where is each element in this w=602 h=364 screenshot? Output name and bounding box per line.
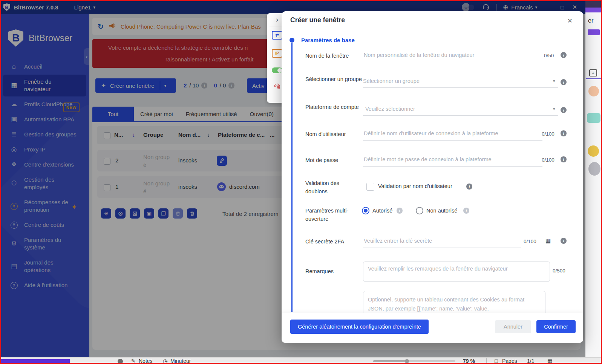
group-select-value: Sélectionner un groupe (363, 78, 420, 84)
profile-sync-icon[interactable]: ⇄ (272, 31, 282, 40)
platform-select[interactable]: Veuillez sélectionner ▾ (363, 102, 558, 116)
field-label: Sélectionner un groupe (305, 75, 362, 83)
char-counter: 0/500 (553, 268, 565, 274)
field-label: Paramètres multi-ouverture (305, 206, 362, 223)
notes-label[interactable]: Notes (139, 358, 153, 364)
info-icon[interactable]: i (561, 52, 567, 58)
info-icon[interactable]: i (561, 130, 567, 136)
multi-open-denied-radio[interactable] (416, 207, 423, 214)
background-dark-header (585, 0, 602, 8)
section-line (291, 43, 293, 312)
zoom-slider-handle[interactable] (405, 359, 409, 363)
window-name-input[interactable] (363, 48, 542, 62)
background-text-fragment: er (588, 17, 593, 24)
proxy-toggle-icon[interactable] (272, 67, 282, 73)
background-purple-block (585, 8, 602, 12)
password-input[interactable] (363, 153, 542, 167)
status-dot (118, 359, 123, 364)
confirm-button[interactable]: Confirmer (536, 320, 576, 333)
background-illustration-blob (587, 113, 600, 123)
group-select[interactable]: Sélectionner un groupe ▾ (363, 75, 558, 88)
background-add-icon: + (589, 69, 597, 76)
modal-close-icon[interactable]: ✕ (567, 17, 573, 25)
char-counter: 0/50 (544, 53, 554, 58)
chevron-right-icon[interactable]: › (276, 15, 278, 24)
background-illustration-blob (588, 145, 599, 157)
pages-value: 1/1 (527, 358, 534, 364)
section-dot (290, 38, 294, 43)
info-icon[interactable]: i (466, 184, 472, 190)
confirm-label: Confirmer (544, 324, 568, 330)
platform-select-value: Veuillez sélectionner (365, 106, 415, 112)
modal-footer: Générer aléatoirement la configuration d… (282, 313, 583, 343)
info-icon[interactable]: i (463, 208, 469, 214)
info-icon[interactable]: i (561, 238, 567, 244)
info-icon[interactable]: i (561, 79, 567, 85)
info-icon[interactable]: i (561, 156, 567, 162)
statusbar-divider (486, 358, 487, 364)
grid-view-icon[interactable]: ▦ (547, 358, 552, 364)
field-label: Nom de la fenêtre (305, 52, 362, 60)
pen-icon: ✎ (131, 358, 136, 364)
pages-label[interactable]: Pages (502, 358, 517, 364)
multi-open-denied-label[interactable]: Non autorisé (426, 208, 457, 214)
char-counter: 0/100 (524, 239, 536, 244)
info-icon[interactable]: i (397, 208, 403, 214)
clock-icon: ◷ (163, 358, 167, 364)
generate-fingerprint-button[interactable]: Générer aléatoirement la configuration d… (290, 320, 429, 334)
username-input[interactable] (363, 127, 542, 141)
background-statusbar: ✎ Notes ◷ Minuteur 79 % □ Pages 1/1 ▦ (0, 357, 602, 364)
background-window-sliver: er + (585, 0, 602, 364)
field-label: Mot de passe (305, 156, 362, 164)
multi-open-allowed-radio[interactable] (362, 207, 369, 214)
info-icon[interactable]: i (561, 107, 567, 113)
toggle-knob (277, 68, 282, 73)
duplicate-check-label[interactable]: Validation par nom d'utilisateur (378, 183, 452, 189)
field-label: Plateforme de compte (305, 103, 362, 111)
create-window-modal: Créer une fenêtre ✕ Paramètres de base N… (282, 11, 583, 343)
field-label: Validation des doublons (305, 179, 362, 196)
fingerprint-icon[interactable] (273, 82, 281, 92)
timer-label[interactable]: Minuteur (170, 358, 191, 364)
multi-open-allowed-label[interactable]: Autorisé (372, 208, 392, 214)
taskbar-purple-strip (0, 359, 70, 364)
cancel-button[interactable]: Annuler (495, 320, 531, 333)
modal-title: Créer une fenêtre (290, 16, 345, 24)
sync-arrows: ⇄ (275, 33, 279, 38)
totp-secret-input[interactable] (363, 234, 521, 248)
zoom-slider[interactable] (373, 360, 455, 362)
char-counter: 0/100 (542, 157, 555, 163)
zoom-percent[interactable]: 79 % (463, 358, 475, 364)
background-illustration-blob (588, 162, 600, 176)
background-divider (586, 78, 601, 79)
remarks-textarea[interactable] (363, 262, 550, 282)
caret-down-icon: ▾ (553, 75, 555, 87)
section-title: Paramètres de base (301, 37, 355, 43)
generate-fingerprint-label: Générer aléatoirement la configuration d… (298, 324, 421, 330)
field-label: Clé secrète 2FA (305, 237, 362, 246)
char-counter: 0/100 (542, 131, 555, 137)
page-icon: □ (495, 358, 498, 364)
qr-scan-icon[interactable]: ▦ (545, 237, 551, 244)
duplicate-check-checkbox[interactable] (366, 183, 374, 191)
field-label: Nom d'utilisateur (305, 130, 362, 138)
field-label: Remarques (305, 267, 362, 275)
background-purple-block (588, 29, 600, 35)
cancel-label: Annuler (504, 324, 522, 330)
background-illustration-blob (588, 86, 599, 96)
ip-label: IP (275, 51, 279, 55)
zoom-slider-fill (373, 360, 406, 362)
caret-down-icon: ▾ (550, 102, 555, 115)
ip-tool-icon[interactable]: IP (272, 49, 282, 58)
